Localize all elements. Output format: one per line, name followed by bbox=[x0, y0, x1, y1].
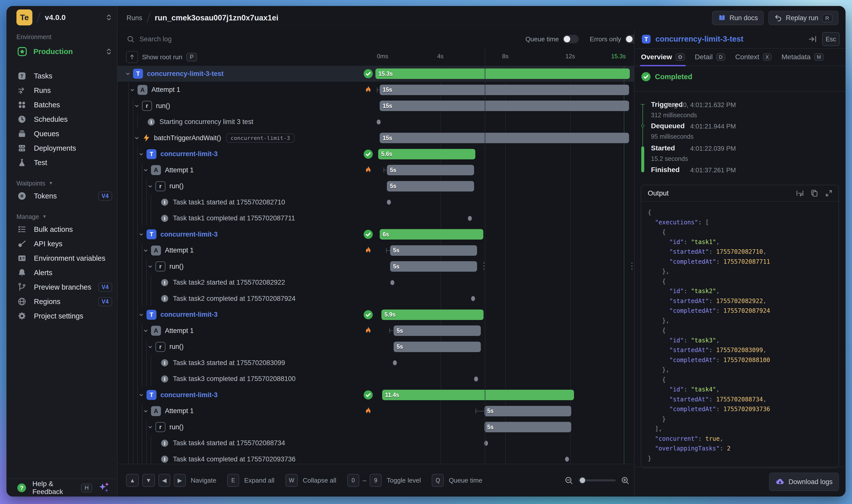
queue-time-toggle[interactable] bbox=[563, 35, 579, 43]
zoom-in-icon[interactable] bbox=[621, 476, 629, 485]
sidebar-item-runs[interactable]: Runs bbox=[9, 83, 114, 97]
duration-bar[interactable]: 15s bbox=[380, 101, 629, 111]
environment-selector[interactable]: Production bbox=[6, 43, 117, 60]
sidebar-item-tasks[interactable]: TTasks bbox=[9, 69, 114, 83]
kbd-key[interactable]: ▼ bbox=[142, 474, 155, 487]
sidebar-item-deployments[interactable]: Deployments bbox=[9, 141, 114, 156]
sidebar-item-alerts[interactable]: Alerts bbox=[9, 266, 114, 280]
copy-icon[interactable] bbox=[810, 189, 819, 197]
search-input[interactable] bbox=[139, 35, 364, 43]
trace-row-run[interactable]: rrun()15s bbox=[118, 98, 634, 114]
trace-row-task[interactable]: Tconcurrent-limit-36s bbox=[118, 226, 634, 242]
duration-bar[interactable]: 5s bbox=[394, 342, 481, 352]
sidebar-item-project-settings[interactable]: Project settings bbox=[9, 309, 114, 323]
wrap-text-icon[interactable] bbox=[796, 189, 804, 197]
trace-row-info[interactable]: iTask task1 completed at 1755702087711 bbox=[118, 211, 634, 227]
zoom-out-icon[interactable] bbox=[564, 476, 573, 485]
sidebar-section-manage[interactable]: Manage▼ bbox=[9, 211, 114, 222]
splitter-handle[interactable] bbox=[483, 263, 484, 270]
duration-bar[interactable]: 5s bbox=[390, 261, 477, 272]
org-switcher[interactable]: Te v4.0.0 bbox=[6, 6, 117, 29]
trace-row-info[interactable]: iTask task2 completed at 1755702087924 bbox=[118, 291, 634, 307]
kbd-key[interactable]: ▲ bbox=[126, 474, 139, 487]
sidebar-item-test[interactable]: Test bbox=[9, 156, 114, 170]
output-json[interactable]: { "executions": [ { "id": "task1", "star… bbox=[641, 202, 838, 468]
tab-detail[interactable]: DetailD bbox=[695, 48, 725, 66]
ai-sparkles-icon[interactable] bbox=[97, 481, 110, 494]
chevron-down-icon[interactable] bbox=[138, 392, 144, 398]
sidebar-item-schedules[interactable]: Schedules bbox=[9, 112, 114, 126]
duration-bar[interactable]: 5s bbox=[387, 181, 474, 192]
trace-row-info[interactable]: iTask task3 started at 1755702083099 bbox=[118, 355, 634, 371]
trace-row-batch[interactable]: batchTriggerAndWait()concurrent-limit-31… bbox=[118, 130, 634, 146]
collapse-panel-icon[interactable] bbox=[807, 35, 818, 43]
trace-row-task[interactable]: Tconcurrent-limit-35.9s bbox=[118, 307, 634, 323]
zoom-slider[interactable] bbox=[578, 479, 616, 481]
sidebar-item-tokens[interactable]: TokensV4 bbox=[9, 189, 114, 203]
chevron-down-icon[interactable] bbox=[142, 327, 149, 334]
trace-row-info[interactable]: iTask task1 started at 1755702082710 bbox=[118, 194, 634, 211]
trace-row-run[interactable]: rrun()5s bbox=[118, 419, 634, 435]
trace-row-attempt[interactable]: AAttempt 15s bbox=[118, 162, 634, 178]
sidebar-item-regions[interactable]: RegionsV4 bbox=[9, 294, 114, 309]
zoom-slider-knob[interactable] bbox=[579, 476, 586, 484]
sidebar-item-queues[interactable]: Queues bbox=[9, 126, 114, 141]
sidebar-item-api-keys[interactable]: API keys bbox=[9, 237, 114, 251]
replay-run-button[interactable]: Replay run R bbox=[768, 11, 838, 25]
breadcrumb[interactable]: Runs bbox=[127, 14, 142, 22]
chevron-down-icon[interactable] bbox=[129, 87, 136, 93]
kbd-key[interactable]: 0 bbox=[347, 474, 359, 487]
tab-context[interactable]: ContextX bbox=[735, 48, 771, 66]
trace-row-task[interactable]: Tconcurrency-limit-3-test15.3s bbox=[118, 66, 634, 82]
duration-bar[interactable]: 5s bbox=[387, 165, 474, 175]
sidebar-item-batches[interactable]: Batches bbox=[9, 97, 114, 112]
kbd-key[interactable]: ▶ bbox=[174, 474, 186, 487]
duration-bar[interactable]: 5s bbox=[390, 245, 477, 256]
trace-row-attempt[interactable]: AAttempt 15s bbox=[118, 242, 634, 259]
trace-row-run[interactable]: rrun()5s bbox=[118, 339, 634, 355]
kbd-key[interactable]: 9 bbox=[370, 474, 381, 487]
chevron-down-icon[interactable] bbox=[125, 70, 131, 77]
duration-bar[interactable]: 5.6s bbox=[378, 149, 475, 159]
chevron-down-icon[interactable] bbox=[142, 167, 149, 173]
tab-metadata[interactable]: MetadataM bbox=[781, 48, 823, 66]
chevron-down-icon[interactable] bbox=[138, 151, 144, 157]
chevron-down-icon[interactable] bbox=[138, 311, 144, 318]
kbd-key[interactable]: E bbox=[227, 474, 239, 487]
duration-bar[interactable]: 5s bbox=[484, 422, 571, 432]
chevron-down-icon[interactable] bbox=[147, 424, 154, 430]
duration-bar[interactable]: 15s bbox=[380, 133, 629, 143]
chevron-down-icon[interactable] bbox=[142, 408, 149, 414]
kbd-key[interactable]: W bbox=[285, 474, 298, 487]
sidebar-section-waitpoints[interactable]: Waitpoints▼ bbox=[9, 178, 114, 189]
duration-bar[interactable]: 5s bbox=[394, 325, 481, 336]
trace-row-attempt[interactable]: AAttempt 115s bbox=[118, 82, 634, 98]
trace-row-task[interactable]: Tconcurrent-limit-35.6s bbox=[118, 146, 634, 162]
duration-bar[interactable]: 5s bbox=[484, 406, 571, 416]
kbd-key[interactable]: Q bbox=[432, 474, 444, 487]
download-logs-button[interactable]: Download logs bbox=[769, 473, 839, 491]
duration-bar[interactable]: 6s bbox=[380, 229, 483, 239]
help-feedback[interactable]: ? Help & Feedback H bbox=[6, 479, 117, 497]
trace-row-info[interactable]: iTask task2 started at 1755702082922 bbox=[118, 275, 634, 291]
duration-bar[interactable]: 11.4s bbox=[382, 390, 574, 400]
tab-overview[interactable]: OverviewO bbox=[641, 48, 685, 66]
panel-splitter-handle[interactable] bbox=[631, 263, 633, 270]
trace-row-run[interactable]: rrun()5s bbox=[118, 178, 634, 195]
tree-timeline-splitter[interactable] bbox=[485, 48, 485, 483]
chevron-down-icon[interactable] bbox=[147, 344, 154, 350]
sidebar-item-bulk-actions[interactable]: Bulk actions bbox=[9, 222, 114, 237]
esc-kbd[interactable]: Esc bbox=[822, 32, 839, 46]
sidebar-item-preview-branches[interactable]: Preview branchesV4 bbox=[9, 280, 114, 294]
duration-bar[interactable]: 15.3s bbox=[375, 69, 630, 79]
duration-bar[interactable]: 5.9s bbox=[381, 309, 483, 320]
chevron-down-icon[interactable] bbox=[142, 247, 149, 254]
run-docs-button[interactable]: Run docs bbox=[712, 11, 764, 25]
duration-bar[interactable]: 15s bbox=[380, 85, 629, 95]
trace-row-info[interactable]: iTask task3 completed at 1755702088100 bbox=[118, 371, 634, 387]
trace-row-attempt[interactable]: AAttempt 15s bbox=[118, 403, 634, 419]
chevron-down-icon[interactable] bbox=[138, 231, 144, 237]
chevron-down-icon[interactable] bbox=[147, 263, 154, 270]
trace-row-info[interactable]: iTask task4 started at 1755702088734 bbox=[118, 435, 634, 451]
chevron-down-icon[interactable] bbox=[134, 103, 140, 109]
